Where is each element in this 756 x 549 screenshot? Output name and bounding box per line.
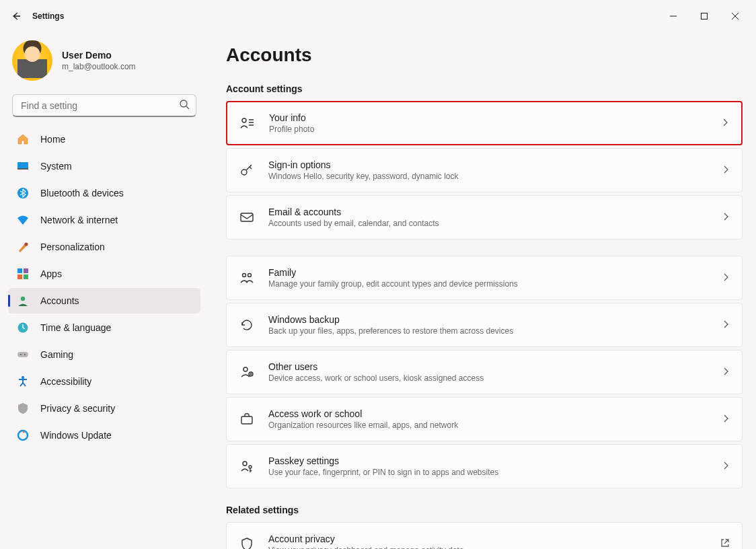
- chevron-right-icon: [722, 366, 730, 378]
- sidebar-item-label: Network & internet: [40, 215, 118, 225]
- sidebar-item-apps[interactable]: Apps: [8, 261, 200, 287]
- accessibility-icon: [16, 375, 30, 388]
- sidebar-item-label: System: [40, 161, 72, 172]
- chevron-right-icon: [722, 164, 730, 176]
- svg-rect-8: [17, 274, 22, 279]
- profile-block[interactable]: User Demo m_lab@outlook.com: [8, 38, 200, 89]
- family-icon: [239, 270, 255, 286]
- card-other-users[interactable]: Other users Device access, work or schoo…: [226, 350, 743, 394]
- svg-rect-19: [241, 213, 253, 221]
- card-email-accounts[interactable]: Email & accounts Accounts used by email,…: [226, 195, 743, 240]
- backup-icon: [239, 317, 255, 333]
- svg-point-21: [248, 274, 252, 277]
- sidebar-item-accessibility[interactable]: Accessibility: [8, 369, 200, 394]
- sidebar-item-label: Bluetooth & devices: [40, 188, 124, 198]
- accounts-icon: [16, 294, 30, 307]
- gaming-icon: [16, 348, 30, 361]
- card-family[interactable]: Family Manage your family group, edit ac…: [226, 256, 743, 300]
- sidebar-item-label: Windows Update: [40, 430, 112, 441]
- avatar: [12, 40, 52, 81]
- chevron-right-icon: [722, 460, 730, 472]
- card-signin-options[interactable]: Sign-in options Windows Hello, security …: [226, 148, 743, 192]
- sidebar-item-label: Time & language: [40, 322, 111, 333]
- sidebar-item-privacy[interactable]: Privacy & security: [8, 396, 200, 421]
- svg-point-25: [243, 462, 247, 466]
- svg-point-22: [243, 367, 248, 371]
- sidebar-item-accounts[interactable]: Accounts: [8, 288, 200, 314]
- card-account-privacy[interactable]: Account privacy View your privacy dashbo…: [226, 522, 743, 549]
- sidebar-item-bluetooth[interactable]: Bluetooth & devices: [8, 180, 200, 206]
- sidebar-item-windows-update[interactable]: Windows Update: [8, 423, 200, 448]
- sidebar-item-personalization[interactable]: Personalization: [8, 234, 200, 260]
- minimize-icon: [670, 13, 677, 20]
- svg-point-14: [24, 354, 26, 355]
- back-button[interactable]: [5, 5, 27, 27]
- card-title: Access work or school: [268, 408, 708, 419]
- svg-rect-0: [702, 13, 708, 20]
- nav: Home System Bluetooth & devices Network …: [8, 126, 200, 448]
- card-title: Other users: [268, 361, 708, 372]
- card-windows-backup[interactable]: Windows backup Back up your files, apps,…: [226, 303, 743, 347]
- svg-point-15: [22, 376, 24, 379]
- svg-point-20: [243, 274, 246, 277]
- close-button[interactable]: [720, 5, 751, 27]
- card-sub: Manage your family group, edit account t…: [268, 279, 708, 289]
- card-sub: Use your face, fingerprint, or PIN to si…: [268, 468, 708, 477]
- svg-point-26: [249, 466, 252, 468]
- svg-point-10: [21, 297, 25, 301]
- svg-rect-12: [17, 352, 28, 357]
- section-title-related-settings: Related settings: [226, 505, 743, 515]
- maximize-button[interactable]: [689, 5, 720, 27]
- chevron-right-icon: [721, 117, 729, 129]
- window-controls: [658, 5, 751, 27]
- shield-icon: [16, 402, 30, 415]
- profile-email: m_lab@outlook.com: [62, 62, 136, 71]
- card-sub: Accounts used by email, calendar, and co…: [268, 219, 708, 228]
- card-sub: View your privacy dashboard and manage a…: [268, 546, 707, 549]
- svg-rect-9: [24, 274, 28, 279]
- chevron-right-icon: [722, 319, 730, 331]
- home-icon: [16, 133, 30, 146]
- card-your-info[interactable]: Your info Profile photo: [226, 101, 743, 145]
- paint-icon: [16, 240, 30, 254]
- section-title-account-settings: Account settings: [226, 83, 743, 94]
- titlebar: Settings: [0, 0, 756, 32]
- card-sub: Organization resources like email, apps,…: [268, 420, 708, 430]
- close-icon: [732, 13, 739, 20]
- minimize-button[interactable]: [658, 5, 689, 27]
- svg-rect-7: [24, 268, 28, 273]
- svg-point-18: [241, 170, 247, 175]
- sidebar-item-label: Personalization: [40, 242, 105, 252]
- card-passkey-settings[interactable]: Passkey settings Use your face, fingerpr…: [226, 444, 743, 488]
- card-title: Windows backup: [268, 314, 708, 325]
- sidebar-item-network[interactable]: Network & internet: [8, 207, 200, 233]
- card-title: Email & accounts: [268, 207, 708, 217]
- maximize-icon: [701, 13, 708, 20]
- cards-group-1: Your info Profile photo Sign-in options …: [226, 101, 743, 240]
- sidebar: User Demo m_lab@outlook.com Home Syste: [0, 32, 207, 549]
- sidebar-item-home[interactable]: Home: [8, 126, 200, 152]
- sidebar-item-label: Gaming: [40, 349, 73, 360]
- card-title: Account privacy: [268, 534, 707, 544]
- main-content[interactable]: Accounts Account settings Your info Prof…: [207, 32, 756, 549]
- sidebar-item-time-language[interactable]: Time & language: [8, 315, 200, 340]
- passkey-icon: [239, 458, 255, 474]
- cards-group-3: Account privacy View your privacy dashbo…: [226, 522, 743, 549]
- other-users-icon: [239, 364, 255, 380]
- clock-icon: [16, 321, 30, 334]
- card-access-work-school[interactable]: Access work or school Organization resou…: [226, 397, 743, 441]
- svg-point-17: [242, 118, 246, 122]
- search-input[interactable]: [12, 94, 196, 117]
- chevron-right-icon: [722, 211, 730, 223]
- sidebar-item-system[interactable]: System: [8, 153, 200, 179]
- bluetooth-icon: [16, 186, 30, 200]
- chevron-right-icon: [722, 413, 730, 425]
- sidebar-item-label: Accessibility: [40, 376, 91, 387]
- briefcase-icon: [239, 411, 255, 427]
- cards-group-2: Family Manage your family group, edit ac…: [226, 256, 743, 488]
- sidebar-item-gaming[interactable]: Gaming: [8, 342, 200, 367]
- update-icon: [16, 429, 30, 442]
- wifi-icon: [16, 213, 30, 227]
- card-sub: Back up your files, apps, preferences to…: [268, 326, 708, 336]
- svg-point-13: [20, 354, 22, 355]
